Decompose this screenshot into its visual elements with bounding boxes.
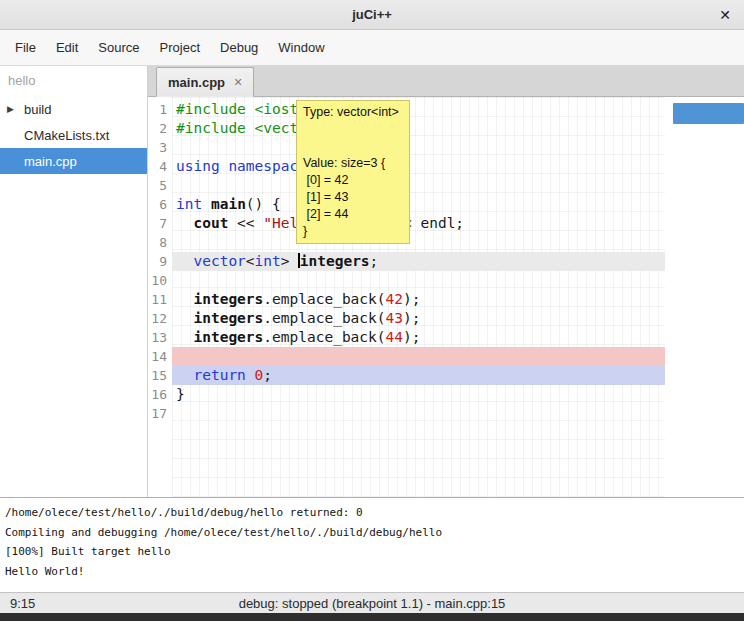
code-text[interactable]: #include <iostream> (172, 100, 665, 119)
code-editor[interactable]: 1#include <iostream>2#include <vector>34… (148, 97, 744, 497)
scrollbar-thumb[interactable] (673, 103, 744, 124)
line-number: 11 (148, 290, 172, 309)
tree-item-label: build (24, 102, 51, 117)
code-text[interactable] (172, 176, 665, 195)
output-line: Compiling and debugging /home/olece/test… (5, 523, 739, 543)
line-number: 9 (148, 252, 172, 271)
line-number: 1 (148, 100, 172, 119)
code-text[interactable] (172, 271, 665, 290)
line-number: 12 (148, 309, 172, 328)
expander-icon[interactable]: ▶ (7, 104, 14, 114)
cursor-position: 9:15 (10, 596, 35, 611)
status-bar: 9:15 debug: stopped (breakpoint 1.1) - m… (0, 592, 744, 613)
menu-project[interactable]: Project (150, 30, 210, 65)
code-text[interactable]: return 0; (172, 366, 665, 385)
menu-source[interactable]: Source (88, 30, 149, 65)
tab-main-cpp[interactable]: main.cpp× (156, 67, 254, 97)
debug-status: debug: stopped (breakpoint 1.1) - main.c… (239, 596, 506, 611)
line-number: 4 (148, 157, 172, 176)
tooltip-line (303, 121, 403, 138)
output-panel[interactable]: /home/olece/test/hello/./build/debug/hel… (0, 497, 744, 592)
code-line-14: 14 (148, 347, 744, 366)
output-line: [100%] Built target hello (5, 542, 739, 562)
code-text[interactable] (172, 347, 665, 366)
code-text[interactable]: integers.emplace_back(42); (172, 290, 665, 309)
code-line-16: 16} (148, 385, 744, 404)
debug-tooltip: Type: vector<int> Value: size=3 { [0] = … (296, 100, 410, 244)
code-line-1: 1#include <iostream> (148, 100, 744, 119)
editor-pane: main.cpp× 1#include <iostream>2#include … (148, 66, 744, 497)
tab-bar: main.cpp× (148, 66, 744, 97)
tooltip-line: } (303, 223, 403, 240)
code-text[interactable] (172, 404, 665, 423)
sidebar: hello ▶buildCMakeLists.txtmain.cpp (0, 66, 148, 497)
code-text[interactable]: #include <vector> (172, 119, 665, 138)
line-number: 16 (148, 385, 172, 404)
tooltip-line: [0] = 42 (303, 172, 403, 189)
line-number: 8 (148, 233, 172, 252)
code-line-11: 11 integers.emplace_back(42); (148, 290, 744, 309)
output-lines: /home/olece/test/hello/./build/debug/hel… (5, 503, 739, 581)
line-number: 13 (148, 328, 172, 347)
code-text[interactable]: } (172, 385, 665, 404)
tree-item-main-cpp[interactable]: main.cpp (0, 148, 147, 174)
tooltip-line: Value: size=3 { (303, 155, 403, 172)
line-number: 10 (148, 271, 172, 290)
code-line-6: 6int main() { (148, 195, 744, 214)
menu-edit[interactable]: Edit (46, 30, 88, 65)
code-line-12: 12 integers.emplace_back(43); (148, 309, 744, 328)
menu-bar: FileEditSourceProjectDebugWindow (0, 30, 744, 66)
close-icon[interactable]: ✕ (719, 7, 731, 23)
window-edge (0, 613, 744, 621)
line-number: 14 (148, 347, 172, 366)
line-number: 15 (148, 366, 172, 385)
title-bar: juCi++ ✕ (0, 0, 744, 30)
code-text[interactable] (172, 233, 665, 252)
tooltip-line: Type: vector<int> (303, 104, 403, 121)
tree-item-build[interactable]: ▶build (0, 96, 147, 122)
tab-close-icon[interactable]: × (234, 74, 242, 90)
code-line-17: 17 (148, 404, 744, 423)
project-name: hello (0, 69, 147, 96)
line-number: 3 (148, 138, 172, 157)
output-line: /home/olece/test/hello/./build/debug/hel… (5, 503, 739, 523)
tooltip-line: [2] = 44 (303, 206, 403, 223)
juci-window: juCi++ ✕ FileEditSourceProjectDebugWindo… (0, 0, 744, 621)
line-number: 7 (148, 214, 172, 233)
line-number: 5 (148, 176, 172, 195)
menu-file[interactable]: File (5, 30, 46, 65)
code-line-15: 15 return 0; (148, 366, 744, 385)
code-text[interactable]: vector<int> integers; (172, 252, 665, 271)
line-number: 17 (148, 404, 172, 423)
code-line-3: 3 (148, 138, 744, 157)
code-text[interactable]: integers.emplace_back(43); (172, 309, 665, 328)
file-tree: ▶buildCMakeLists.txtmain.cpp (0, 96, 147, 174)
menu-debug[interactable]: Debug (210, 30, 268, 65)
window-title: juCi++ (352, 7, 392, 22)
tree-item-cmakelists-txt[interactable]: CMakeLists.txt (0, 122, 147, 148)
tree-item-label: CMakeLists.txt (24, 128, 109, 143)
code-line-2: 2#include <vector> (148, 119, 744, 138)
output-line: Hello World! (5, 562, 739, 582)
code-text[interactable]: integers.emplace_back(44); (172, 328, 665, 347)
code-line-10: 10 (148, 271, 744, 290)
code-line-9: 9 vector<int> integers; (148, 252, 744, 271)
code-text[interactable]: cout << "Hello World!" << endl; (172, 214, 665, 233)
tooltip-line (303, 138, 403, 155)
code-text[interactable]: using namespace std; (172, 157, 665, 176)
line-number: 2 (148, 119, 172, 138)
menu-window[interactable]: Window (268, 30, 334, 65)
tab-label: main.cpp (168, 75, 225, 90)
tree-item-label: main.cpp (24, 154, 77, 169)
code-line-5: 5 (148, 176, 744, 195)
tooltip-line: [1] = 43 (303, 189, 403, 206)
code-lines: 1#include <iostream>2#include <vector>34… (148, 97, 744, 423)
code-text[interactable] (172, 138, 665, 157)
code-line-8: 8 (148, 233, 744, 252)
code-text[interactable]: int main() { (172, 195, 665, 214)
line-number: 6 (148, 195, 172, 214)
code-line-13: 13 integers.emplace_back(44); (148, 328, 744, 347)
code-line-4: 4using namespace std; (148, 157, 744, 176)
code-line-7: 7 cout << "Hello World!" << endl; (148, 214, 744, 233)
